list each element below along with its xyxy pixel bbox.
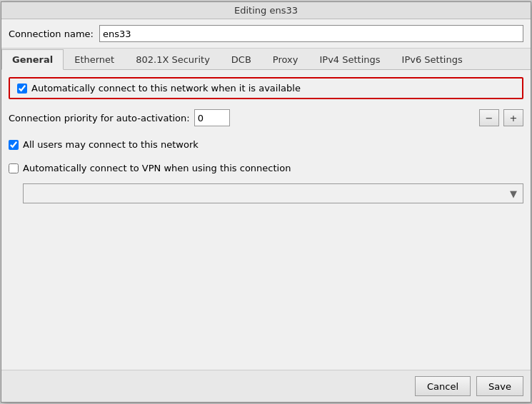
tab-general[interactable]: General — [1, 49, 64, 70]
window-title: Editing ens33 — [234, 5, 298, 16]
title-bar: Editing ens33 — [1, 2, 531, 19]
all-users-checkbox[interactable] — [9, 140, 19, 150]
priority-label: Connection priority for auto-activation: — [9, 113, 190, 123]
tab-ipv6[interactable]: IPv6 Settings — [391, 49, 473, 70]
connection-name-row: Connection name: — [1, 19, 531, 49]
tab-ethernet[interactable]: Ethernet — [64, 49, 125, 70]
priority-decrement-button[interactable]: − — [479, 109, 499, 126]
auto-connect-box: Automatically connect to this network wh… — [9, 77, 523, 99]
auto-connect-label[interactable]: Automatically connect to this network wh… — [31, 83, 301, 94]
footer: Cancel Save — [1, 370, 531, 402]
save-button[interactable]: Save — [476, 376, 523, 396]
vpn-dropdown-container: ▼ — [23, 183, 523, 203]
all-users-row: All users may connect to this network — [9, 136, 523, 153]
content-area: Automatically connect to this network wh… — [1, 70, 531, 370]
vpn-checkbox[interactable] — [9, 163, 19, 173]
priority-row: Connection priority for auto-activation:… — [9, 106, 523, 129]
connection-name-label: Connection name: — [9, 29, 94, 39]
tab-ipv4[interactable]: IPv4 Settings — [308, 49, 391, 70]
tab-proxy[interactable]: Proxy — [262, 49, 309, 70]
tab-dcb[interactable]: DCB — [221, 49, 262, 70]
all-users-label[interactable]: All users may connect to this network — [23, 139, 199, 150]
priority-input[interactable] — [194, 109, 230, 126]
auto-connect-checkbox[interactable] — [17, 84, 27, 94]
tab-security[interactable]: 802.1X Security — [125, 49, 221, 70]
connection-name-input[interactable] — [99, 25, 523, 42]
tabs-bar: General Ethernet 802.1X Security DCB Pro… — [1, 49, 531, 70]
dropdown-arrow-icon: ▼ — [510, 188, 517, 199]
vpn-label[interactable]: Automatically connect to VPN when using … — [23, 163, 291, 173]
priority-increment-button[interactable]: + — [503, 109, 523, 126]
cancel-button[interactable]: Cancel — [415, 376, 471, 396]
vpn-dropdown[interactable]: ▼ — [23, 183, 523, 203]
vpn-row: Automatically connect to VPN when using … — [9, 160, 523, 176]
main-window: Editing ens33 Connection name: General E… — [1, 1, 531, 403]
